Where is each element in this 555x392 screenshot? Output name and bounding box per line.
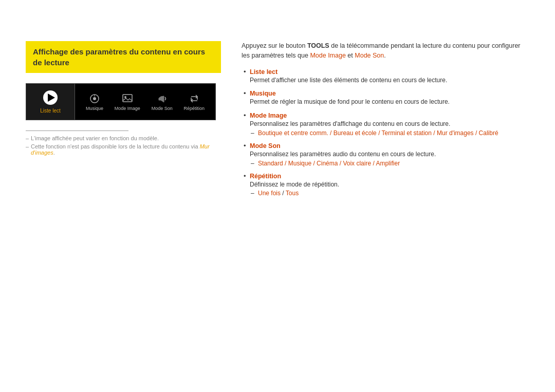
mode-image-desc: Personnalisez les paramètres d'affichage… [250,120,529,128]
mode-image-title: Mode Image [250,112,287,119]
list-item-liste-lect: Liste lect Permet d'afficher une liste d… [242,68,529,85]
mode-son-icon [156,93,168,104]
repetition-desc: Définissez le mode de répétition. [250,180,529,189]
note-2: Cette fonction n'est pas disponible lors… [26,143,221,156]
repetition-label: Répétition [184,106,205,111]
mode-image-options-text: Boutique et centre comm. / Bureau et éco… [258,129,498,137]
features-list: Liste lect Permet d'afficher une liste d… [242,68,529,197]
mode-son-options-text: Standard / Musique / Cinéma / Voix clair… [258,160,400,167]
svg-point-1 [93,97,96,100]
musique-label: Musique [86,106,103,111]
musique-title: Musique [250,90,276,97]
right-column: Appuyez sur le bouton TOOLS de la téléco… [242,41,529,202]
intro-paragraph: Appuyez sur le bouton TOOLS de la téléco… [242,41,529,61]
repetition-title: Répétition [250,173,281,180]
play-icon [48,94,55,102]
list-item-repetition: Répétition Définissez le mode de répétit… [242,172,529,197]
mode-image-label: Mode Image [115,106,140,111]
play-button[interactable] [43,90,58,105]
mur-images-link[interactable]: Mur d'images [31,143,210,156]
repetition-tous-text: Tous [286,190,299,197]
control-mode-image[interactable]: Mode Image [115,93,140,111]
mode-image-icon [122,93,133,104]
repetition-icon [189,93,200,104]
repetition-sublist: Une fois / Tous [250,190,529,197]
heading-box: Affichage des paramètres du contenu en c… [26,41,221,73]
left-column: Affichage des paramètres du contenu en c… [26,41,221,202]
player-main-section: Liste lect [26,84,75,120]
musique-icon [89,93,100,104]
list-item-mode-image: Mode Image Personnalisez les paramètres … [242,111,529,137]
musique-desc: Permet de régler la musique de fond pour… [250,98,529,106]
control-repetition[interactable]: Répétition [184,93,205,111]
liste-lect-title: Liste lect [250,68,278,76]
svg-point-4 [124,96,126,98]
svg-rect-3 [123,95,132,102]
repetition-options-text: Une fois [258,190,281,197]
mode-son-options: Standard / Musique / Cinéma / Voix clair… [250,160,529,167]
media-player: Liste lect Musique [26,83,216,120]
page-heading: Affichage des paramètres du contenu en c… [33,46,214,68]
mode-son-title: Mode Son [250,142,281,150]
mode-image-intro-link[interactable]: Mode Image [310,52,345,59]
mode-image-options: Boutique et centre comm. / Bureau et éco… [250,129,529,137]
liste-lect-desc: Permet d'afficher une liste des éléments… [250,76,529,85]
mode-image-sublist: Boutique et centre comm. / Bureau et éco… [250,129,529,137]
control-mode-son[interactable]: Mode Son [152,93,173,111]
liste-lect-label: Liste lect [40,108,60,114]
list-item-musique: Musique Permet de régler la musique de f… [242,89,529,106]
repetition-options: Une fois / Tous [250,190,529,197]
divider [26,130,128,131]
mode-son-intro-link[interactable]: Mode Son [355,52,384,59]
mode-son-desc: Personnalisez les paramètres audio du co… [250,150,529,159]
tools-word: TOOLS [307,42,329,49]
mode-son-label: Mode Son [152,106,173,111]
control-musique[interactable]: Musique [86,93,103,111]
player-controls: Musique Mode Image [75,84,215,120]
mode-son-sublist: Standard / Musique / Cinéma / Voix clair… [250,160,529,167]
note-1: L'image affichée peut varier en fonction… [26,135,221,141]
list-item-mode-son: Mode Son Personnalisez les paramètres au… [242,142,529,167]
